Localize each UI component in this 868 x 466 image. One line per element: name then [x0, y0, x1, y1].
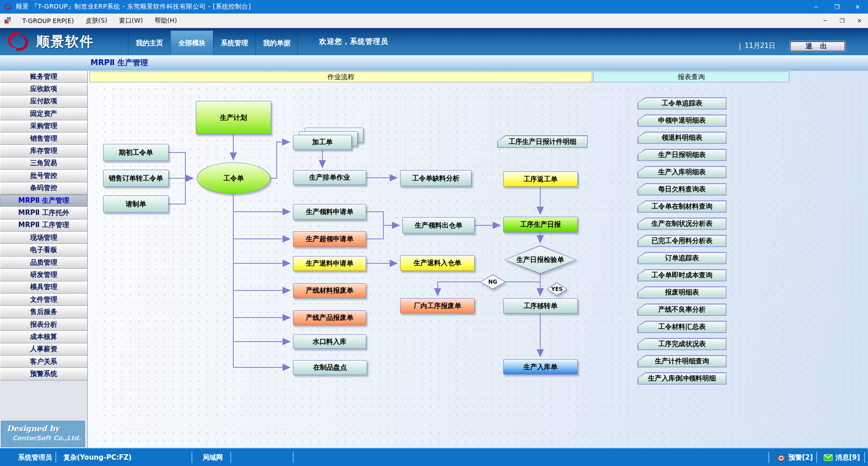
sidebar-item-mrp2-production[interactable]: MRPⅡ 生产管理 — [0, 195, 87, 207]
main-tabs: 我的主页 全部模块 系统管理 我的单据 — [128, 31, 298, 55]
flow-node-process-transfer[interactable]: 工序移转单 — [503, 298, 578, 314]
flow-node-production-stock-in[interactable]: 生产入库单 — [503, 359, 578, 375]
flow-node-factory-process-scrap[interactable]: 厂内工序报废单 — [400, 298, 475, 314]
sidebar-item-barcode-control[interactable]: 条码管控 — [0, 182, 87, 195]
restore-icon[interactable]: ❐ — [826, 0, 847, 14]
status-message[interactable]: 消息[9] — [824, 449, 860, 466]
report-button-request-return-detail[interactable]: 申领申退明细表 — [637, 114, 726, 127]
sidebar-item-e-kanban[interactable]: 电子看板 — [0, 244, 87, 256]
report-button-stock-in-detail[interactable]: 生产入库明细表 — [637, 166, 726, 178]
company-text: CenterSoft Co.,Ltd. — [1, 434, 81, 442]
flow-node-piecework-detail[interactable]: 工序生产日报计件明细 — [497, 135, 588, 148]
flow-node-shortage-analysis[interactable]: 工令单缺料分析 — [400, 170, 472, 186]
report-button-wip-status-analysis[interactable]: 生产在制状况分析表 — [637, 218, 726, 230]
sidebar-item-sales[interactable]: 销售管理 — [0, 133, 87, 145]
flow-node-material-return-in[interactable]: 生产退料入仓单 — [400, 255, 475, 271]
flow-node-material-issue-out[interactable]: 生产领料出仓单 — [402, 217, 475, 233]
report-button-scrap-detail[interactable]: 报废明细表 — [637, 286, 726, 299]
report-button-daily-shortage-query[interactable]: 每日欠料查询表 — [637, 183, 726, 195]
designed-by-box: Designed by CenterSoft Co.,Ltd. — [1, 421, 85, 447]
status-network: 局域网 — [203, 449, 223, 466]
report-button-line-defect-rate[interactable]: 产线不良率分析 — [637, 304, 726, 316]
sidebar-item-after-sales[interactable]: 售后服务 — [0, 306, 87, 318]
sidebar-item-purchasing[interactable]: 采购管理 — [0, 120, 87, 133]
flow-node-material-requisition[interactable]: 生产领料申请单 — [293, 204, 366, 220]
message-envelope-icon — [824, 454, 833, 461]
sidebar-item-hr-payroll[interactable]: 人事薪资 — [0, 343, 87, 356]
flow-node-production-scheduling[interactable]: 生产排单作业 — [293, 170, 366, 185]
sidebar-item-quality[interactable]: 品质管理 — [0, 257, 87, 269]
sidebar-item-documents[interactable]: 文件管理 — [0, 294, 87, 306]
menu-item-skin[interactable]: 皮肤(S) — [80, 14, 113, 28]
flow-node-line-product-scrap[interactable]: 产线产品报废单 — [293, 310, 366, 325]
close-icon[interactable]: ✕ — [847, 0, 868, 14]
tab-my-home[interactable]: 我的主页 — [128, 31, 170, 55]
sidebar-item-report-analysis[interactable]: 报表分析 — [0, 319, 87, 331]
menu-item-tgroup-erp[interactable]: T-GROUP ERP(E) — [16, 14, 80, 28]
report-button-backflush-material-detail[interactable]: 生产入库倒冲领料明细 — [637, 372, 726, 385]
menu-item-help[interactable]: 帮助(H) — [149, 14, 183, 28]
report-button-wo-material-summary[interactable]: 工令材料汇总表 — [637, 321, 726, 333]
report-button-finished-wo-material-analysis[interactable]: 已完工令用料分析表 — [637, 235, 726, 247]
brand-logo: 顺景软件 — [5, 31, 94, 52]
flow-node-process-daily-report[interactable]: 工序生产日报 — [503, 217, 578, 233]
flow-node-wip-stocktake[interactable]: 在制品盘点 — [293, 360, 367, 375]
sidebar-item-crm[interactable]: 客户关系 — [0, 356, 87, 368]
sidebar-item-costing[interactable]: 成本核算 — [0, 331, 87, 343]
sidebar-item-mold[interactable]: 模具管理 — [0, 281, 87, 294]
yes-branch-label: YES — [547, 282, 567, 296]
report-button-wo-wip-material-query[interactable]: 工令单在制材料查询 — [637, 200, 726, 213]
report-button-daily-report-detail[interactable]: 生产日报明细表 — [637, 149, 726, 161]
menu-item-window[interactable]: 窗口(W) — [113, 14, 149, 28]
flow-node-daily-report-inspection[interactable]: 生产日报检验单 — [504, 245, 576, 274]
report-panel-header: 报表查询 — [593, 71, 789, 82]
status-computer: 复杂(Young-PC:FZ) — [63, 449, 132, 466]
minimize-icon[interactable]: ─ — [806, 0, 826, 14]
tab-my-documents[interactable]: 我的单据 — [255, 31, 298, 55]
report-button-work-order-tracking[interactable]: 工令单追踪表 — [637, 97, 726, 109]
sidebar-item-inventory[interactable]: 库存管理 — [0, 145, 87, 157]
report-button-wo-realtime-cost-query[interactable]: 工令单即时成本查询 — [637, 269, 726, 281]
flow-node-line-material-scrap[interactable]: 产线材料报废单 — [293, 283, 366, 298]
piecework-detail-label: 工序生产日报计件明细 — [498, 136, 587, 147]
tab-system-admin[interactable]: 系统管理 — [213, 31, 255, 55]
report-button-piecework-detail-query[interactable]: 生产计件明细查询 — [637, 355, 726, 367]
main-stage: 作业流程 报表查询 — [0, 71, 868, 448]
report-button-process-completion-status[interactable]: 工序完成状况表 — [637, 338, 726, 350]
window-title-bar: 顺景 『T-GROUP』制造业ERP系统 - 东莞顺景软件科技有限公司 - [系… — [0, 0, 868, 14]
flow-panel-header: 作业流程 — [90, 71, 592, 82]
breadcrumb-bar: MRPⅡ 生产管理 — [0, 55, 868, 71]
flow-node-sprue-material-in[interactable]: 水口料入库 — [293, 334, 366, 349]
sidebar-item-accounting[interactable]: 账务管理 — [0, 71, 87, 83]
sidebar-item-mrp2-process[interactable]: MRPⅡ 工序管理 — [0, 219, 87, 232]
flow-node-initial-work-order[interactable]: 期初工令单 — [103, 144, 169, 161]
sidebar-item-rnd[interactable]: 研发管理 — [0, 269, 87, 281]
exit-button[interactable]: 退 出 — [790, 41, 845, 52]
flow-node-sales-order-to-work-order[interactable]: 销售订单转工令单 — [103, 170, 169, 187]
mdi-minimize-icon[interactable]: ─ — [816, 14, 834, 28]
sidebar-item-lot-control[interactable]: 批号管控 — [0, 170, 87, 182]
date-label: 11月21日 — [745, 42, 775, 50]
sidebar-item-mrp2-outsourcing[interactable]: MRPⅡ 工序托外 — [0, 207, 87, 219]
flow-node-over-requisition[interactable]: 生产超领申请单 — [293, 231, 366, 247]
flow-node-material-return-request[interactable]: 生产退料申请单 — [293, 256, 366, 271]
flow-node-process-rework[interactable]: 工序返工单 — [503, 171, 578, 187]
sidebar-item-payables[interactable]: 应付款项 — [0, 95, 87, 108]
sidebar-item-shopfloor[interactable]: 现场管理 — [0, 232, 87, 244]
mdi-close-icon[interactable]: ✕ — [851, 14, 868, 28]
status-alert[interactable]: 预警[2] — [777, 449, 813, 466]
flow-node-request-order[interactable]: 请制单 — [103, 195, 169, 213]
flow-node-work-order[interactable]: 工令单 — [197, 162, 270, 194]
tab-all-modules[interactable]: 全部模块 — [170, 31, 213, 55]
header-date: | 11月21日 — [739, 42, 775, 50]
sidebar-item-triangle-trade[interactable]: 三角贸易 — [0, 157, 87, 170]
sidebar-item-fixed-assets[interactable]: 固定资产 — [0, 108, 87, 120]
flow-node-processing-order[interactable]: 加工单 — [293, 135, 352, 150]
mdi-restore-icon[interactable]: ❐ — [834, 14, 851, 28]
window-title: 顺景 『T-GROUP』制造业ERP系统 - 东莞顺景软件科技有限公司 - [系… — [16, 3, 251, 11]
report-button-order-tracking[interactable]: 订单追踪表 — [637, 252, 726, 264]
sidebar-item-receivables[interactable]: 应收款项 — [0, 83, 87, 95]
report-button-issue-return-detail[interactable]: 领退料明细表 — [637, 132, 726, 144]
sidebar-item-alert-system[interactable]: 预警系统 — [0, 368, 87, 380]
flow-node-production-plan[interactable]: 生产计划 — [196, 101, 271, 134]
